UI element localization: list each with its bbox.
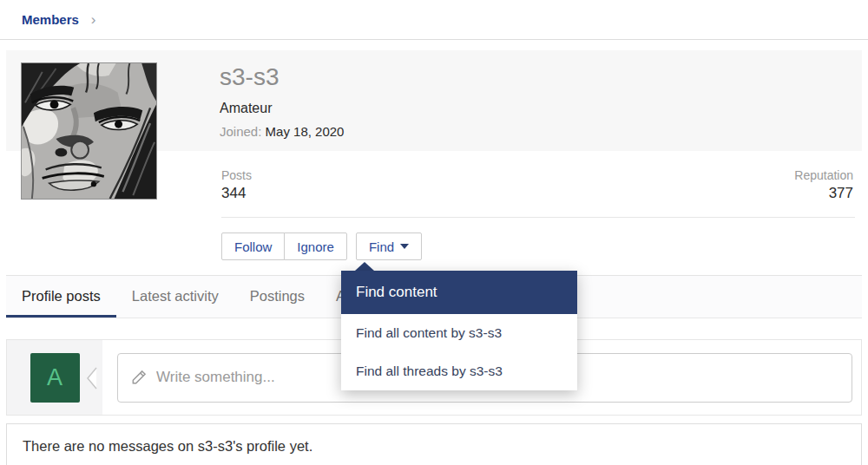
breadcrumb: Members › — [0, 0, 868, 40]
stat-reputation-value: 377 — [794, 185, 853, 202]
chevron-right-icon: › — [91, 12, 96, 27]
pencil-icon — [130, 369, 148, 386]
current-user-avatar: A — [30, 353, 80, 403]
stat-posts-value: 344 — [221, 185, 252, 202]
profile-banner: s3-s3 Amateur Joined: May 18, 2020 — [6, 50, 862, 151]
stat-reputation: Reputation 377 — [794, 168, 853, 217]
dropdown-header: Find content — [341, 271, 577, 314]
joined-value: May 18, 2020 — [266, 124, 345, 139]
follow-button[interactable]: Follow — [221, 232, 285, 260]
find-button-label: Find — [369, 239, 394, 254]
dropdown-panel: Find content Find all content by s3-s3 F… — [341, 271, 577, 390]
empty-profile-messages-box: There are no messages on s3-s3's profile… — [6, 423, 862, 465]
caret-down-icon — [400, 244, 409, 249]
stat-posts: Posts 344 — [221, 168, 252, 217]
menu-item-find-all-threads[interactable]: Find all threads by s3-s3 — [341, 352, 577, 390]
find-dropdown-menu: Find content Find all content by s3-s3 F… — [341, 262, 577, 390]
stat-reputation-label: Reputation — [794, 168, 853, 182]
empty-profile-messages-text: There are no messages on s3-s3's profile… — [23, 438, 845, 455]
menu-item-find-all-content[interactable]: Find all content by s3-s3 — [341, 314, 577, 352]
joined-label: Joined: — [220, 124, 261, 139]
page-title-username: s3-s3 — [220, 64, 862, 91]
find-button[interactable]: Find — [356, 232, 422, 260]
joined-row: Joined: May 18, 2020 — [220, 124, 862, 139]
breadcrumb-members-link[interactable]: Members — [22, 12, 79, 27]
ignore-button[interactable]: Ignore — [284, 232, 347, 260]
avatar-arrow-icon — [85, 367, 97, 390]
stat-posts-label: Posts — [221, 168, 252, 182]
user-title: Amateur — [220, 101, 862, 116]
dropdown-notch-icon — [355, 262, 374, 271]
profile-avatar-image — [21, 62, 157, 200]
tab-latest-activity[interactable]: Latest activity — [116, 276, 234, 318]
tab-profile-posts[interactable]: Profile posts — [6, 276, 116, 318]
tab-postings[interactable]: Postings — [234, 276, 320, 318]
composer-avatar-cell: A — [7, 340, 102, 415]
